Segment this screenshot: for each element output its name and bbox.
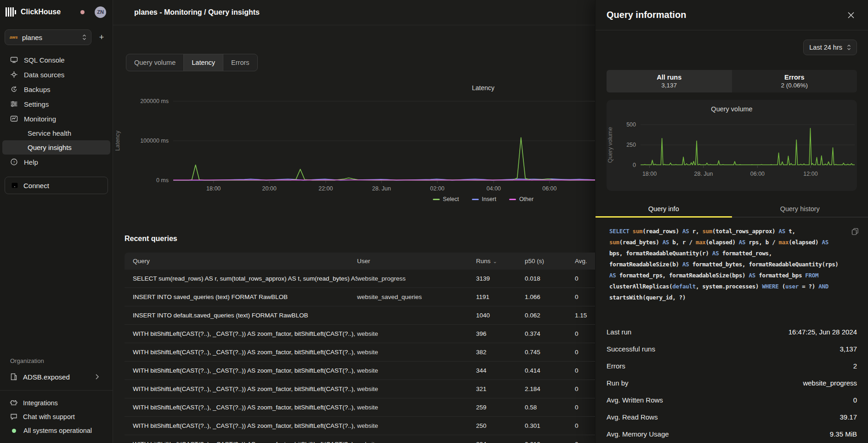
brand-name: ClickHouse bbox=[21, 8, 61, 16]
latency-chart: Latency 200000 ms100000 ms0 ms18:0020:00… bbox=[113, 84, 595, 202]
table-row[interactable]: WITH bitShiftLeft(CAST(?..), _CAST(?..))… bbox=[125, 398, 595, 417]
legend-item-other[interactable]: Other bbox=[509, 196, 533, 202]
terminal-icon bbox=[10, 56, 18, 63]
stat-row: Errors2 bbox=[607, 357, 857, 374]
sidebar-item-help[interactable]: ? Help bbox=[0, 155, 113, 169]
column-header-p50[interactable]: p50 (s) bbox=[525, 258, 575, 265]
sidebar-item-monitoring[interactable]: Monitoring bbox=[0, 111, 113, 126]
table-row[interactable]: WITH bitShiftLeft(CAST(?..), _CAST(?..))… bbox=[125, 325, 595, 343]
cell-avg: 0 bbox=[575, 367, 595, 374]
sidebar-item-query-insights[interactable]: Query insights bbox=[2, 140, 110, 155]
table-row[interactable]: WITH bitShiftLeft(CAST(?..), _CAST(?..))… bbox=[125, 380, 595, 398]
tab-errors[interactable]: Errors bbox=[223, 54, 257, 71]
cell-runs: 259 bbox=[476, 404, 525, 411]
svg-text:04:00: 04:00 bbox=[487, 185, 501, 192]
table-row[interactable]: WITH bitShiftLeft(CAST(?..), _CAST(?..))… bbox=[125, 343, 595, 362]
updown-chevron-icon bbox=[847, 44, 851, 51]
runs-errors-toggle: All runs 3,137 Errors 2 (0.06%) bbox=[607, 70, 857, 92]
chart-legend: Select Insert Other bbox=[173, 196, 595, 202]
table-row[interactable]: INSERT INTO saved_queries (text) FORMAT … bbox=[125, 288, 595, 306]
cell-user: website bbox=[357, 422, 476, 429]
cell-p50: 0.062 bbox=[525, 312, 575, 319]
sidebar-item-label: Service health bbox=[28, 129, 71, 137]
connect-button[interactable]: Connect bbox=[5, 177, 108, 194]
column-header-runs[interactable]: Runs⌄ bbox=[476, 258, 525, 265]
stat-label: Run by bbox=[607, 379, 629, 387]
avatar[interactable]: ZN bbox=[95, 6, 106, 18]
svg-text:20:00: 20:00 bbox=[262, 185, 276, 192]
system-status-item[interactable]: All systems operational bbox=[0, 424, 113, 437]
monitoring-icon bbox=[10, 115, 18, 122]
stat-value: 16:47:25, Jun 28 2024 bbox=[789, 328, 857, 336]
notification-dot-icon[interactable] bbox=[80, 10, 85, 14]
copy-icon[interactable] bbox=[851, 228, 859, 237]
integrations-item[interactable]: Integrations bbox=[0, 396, 113, 410]
sidebar-item-sql-console[interactable]: SQL Console bbox=[0, 52, 113, 67]
cell-runs: 1191 bbox=[476, 293, 525, 300]
cell-query: WITH bitShiftLeft(CAST(?..), _CAST(?..))… bbox=[125, 330, 357, 337]
service-selector[interactable]: aws planes bbox=[5, 29, 91, 45]
query-information-panel: Query information Last 24 hrs All runs 3… bbox=[595, 0, 868, 443]
table-row[interactable]: INSERT INTO default.saved_queries (text)… bbox=[125, 306, 595, 325]
time-range-select[interactable]: Last 24 hrs bbox=[803, 40, 857, 55]
stat-label: Successful runs bbox=[607, 345, 655, 353]
cell-p50: 1.066 bbox=[525, 293, 575, 300]
legend-item-insert[interactable]: Insert bbox=[472, 196, 496, 202]
sidebar-item-data-sources[interactable]: Data sources bbox=[0, 67, 113, 82]
table-row[interactable]: WITH bitShiftLeft(CAST(?..), _CAST(?..))… bbox=[125, 435, 595, 443]
svg-text:Latency: Latency bbox=[114, 130, 121, 151]
svg-text:200000 ms: 200000 ms bbox=[140, 98, 169, 104]
tab-latency[interactable]: Latency bbox=[183, 54, 223, 71]
column-header-avg[interactable]: Avg. bbox=[575, 258, 595, 265]
tab-query-history[interactable]: Query history bbox=[732, 201, 868, 217]
query-volume-card: Query volume 500250018:0028. Jun06:0012:… bbox=[607, 100, 857, 191]
organization-item[interactable]: ADSB.exposed bbox=[0, 369, 113, 385]
svg-text:18:00: 18:00 bbox=[642, 171, 657, 177]
tab-query-volume[interactable]: Query volume bbox=[126, 54, 183, 71]
latency-chart-svg: 200000 ms100000 ms0 ms18:0020:0022:0028.… bbox=[113, 94, 595, 194]
main-header: planes - Monitoring / Query insights bbox=[113, 0, 595, 25]
stat-value: 3,137 bbox=[840, 345, 857, 353]
table-row[interactable]: WITH bitShiftLeft(CAST(?..), _CAST(?..))… bbox=[125, 362, 595, 380]
cell-p50: 0.301 bbox=[525, 422, 575, 429]
cell-avg: 0 bbox=[575, 330, 595, 337]
panel-title: Query information bbox=[607, 10, 686, 20]
close-icon[interactable] bbox=[846, 10, 856, 20]
errors-value: 2 (0.06%) bbox=[781, 82, 808, 89]
table-row[interactable]: WITH bitShiftLeft(CAST(?..), _CAST(?..))… bbox=[125, 417, 595, 435]
sidebar-item-service-health[interactable]: Service health bbox=[0, 126, 113, 140]
chat-support-item[interactable]: Chat with support bbox=[0, 410, 113, 424]
legend-item-select[interactable]: Select bbox=[433, 196, 459, 202]
errors-tab[interactable]: Errors 2 (0.06%) bbox=[732, 70, 857, 92]
add-service-button[interactable]: + bbox=[95, 31, 108, 44]
select-swatch-icon bbox=[433, 199, 440, 200]
sidebar-item-backups[interactable]: Backups bbox=[0, 82, 113, 97]
cell-query: WITH bitShiftLeft(CAST(?..), _CAST(?..))… bbox=[125, 349, 357, 356]
cell-avg: 0 bbox=[575, 422, 595, 429]
cell-query: WITH bitShiftLeft(CAST(?..), _CAST(?..))… bbox=[125, 404, 357, 411]
cell-user: website bbox=[357, 385, 476, 392]
cell-user: website bbox=[357, 441, 476, 443]
chat-bubble-icon bbox=[10, 413, 17, 420]
stat-row: Avg. Written Rows0 bbox=[607, 391, 857, 408]
column-header-user[interactable]: User bbox=[357, 258, 476, 265]
query-volume-title: Query volume bbox=[607, 105, 857, 115]
column-header-query[interactable]: Query bbox=[125, 258, 357, 265]
query-volume-chart-svg: 500250018:0028. Jun06:0012:00Query volum… bbox=[607, 115, 857, 185]
sql-query-text: SELECT sum(read_rows) AS r, sum(total_ro… bbox=[609, 226, 843, 303]
divider bbox=[0, 390, 113, 391]
cell-p50: 2.184 bbox=[525, 385, 575, 392]
cell-p50: 0.613 bbox=[525, 441, 575, 443]
cell-runs: 321 bbox=[476, 385, 525, 392]
stat-row: Last run16:47:25, Jun 28 2024 bbox=[607, 323, 857, 340]
sidebar-nav: SQL Console Data sources Backups Setting… bbox=[0, 52, 113, 169]
svg-text:18:00: 18:00 bbox=[206, 185, 221, 192]
svg-text:Query volume: Query volume bbox=[607, 127, 613, 163]
tab-query-info[interactable]: Query info bbox=[596, 201, 732, 217]
svg-text:06:00: 06:00 bbox=[542, 185, 556, 192]
cell-p50: 0.374 bbox=[525, 330, 575, 337]
table-row[interactable]: SELECT sum(read_rows) AS r, sum(total_ro… bbox=[125, 270, 595, 288]
legend-label: Other bbox=[519, 196, 533, 202]
sidebar-item-settings[interactable]: Settings bbox=[0, 97, 113, 111]
all-runs-tab[interactable]: All runs 3,137 bbox=[607, 70, 732, 92]
